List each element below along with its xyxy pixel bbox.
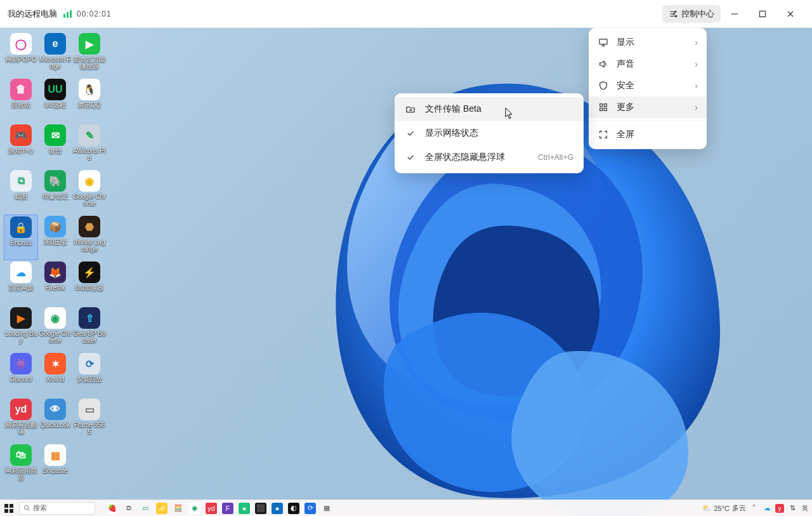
- desktop-icon[interactable]: ☁百度网盘: [4, 260, 38, 306]
- desktop-icon[interactable]: 🐘印象笔记: [38, 169, 72, 215]
- app-icon: ▦: [44, 444, 66, 466]
- taskbar-app-icon[interactable]: 🍓: [107, 503, 118, 514]
- desktop-icon-label: 爱奇艺万能播放器: [73, 56, 106, 70]
- taskbar-app-icon[interactable]: ⬛: [255, 503, 266, 514]
- desktop-icon[interactable]: UUUU远程: [38, 77, 72, 123]
- desktop-icon-label: 回收站: [11, 102, 30, 109]
- app-icon: yd: [10, 399, 32, 420]
- taskbar-app-icon[interactable]: 🧮: [173, 503, 184, 514]
- submenu-item[interactable]: 显示网络状态: [395, 121, 584, 145]
- desktop-icon[interactable]: ◉Google Chrome: [72, 169, 107, 215]
- app-icon: ✎: [79, 124, 100, 146]
- tray-onedrive-icon[interactable]: ☁: [763, 504, 771, 513]
- desktop-icon-label: 印象笔记: [43, 193, 68, 200]
- desktop-icon[interactable]: ◯网易POPO: [4, 32, 38, 77]
- app-icon: 👁: [44, 399, 66, 420]
- taskbar-app-icon[interactable]: yd: [206, 503, 217, 514]
- desktop-icon-label: 安装回放: [77, 376, 102, 383]
- control-menu-item[interactable]: 显示›: [589, 32, 707, 53]
- close-button[interactable]: [776, 4, 804, 24]
- desktop-icon[interactable]: ▶Loading Bay: [4, 306, 38, 352]
- desktop-icon[interactable]: 🦊Firefox: [38, 260, 72, 306]
- control-menu-item[interactable]: 全屏: [589, 124, 707, 145]
- taskbar-app-icon[interactable]: ⧉: [123, 503, 134, 514]
- app-icon: ⟳: [79, 353, 100, 374]
- desktop-icon-label: 网易POPO: [6, 56, 37, 63]
- taskbar-app-icon[interactable]: ●: [239, 503, 250, 514]
- app-icon: ⧉: [10, 170, 32, 192]
- taskbar-app-icon[interactable]: ●: [272, 503, 283, 514]
- desktop-icon[interactable]: ✎AWicons Pro: [72, 123, 107, 169]
- shield-icon: [598, 80, 609, 91]
- desktop-icon[interactable]: 🔒Enpass: [4, 215, 38, 260]
- desktop-icon[interactable]: 🐧腾讯QQ: [72, 77, 107, 123]
- control-menu-item[interactable]: 安全›: [589, 75, 707, 96]
- desktop-icon[interactable]: ⚡UU加速器: [72, 260, 107, 306]
- taskbar-app-icon[interactable]: ⟳: [304, 503, 316, 514]
- desktop-icon[interactable]: 🗑回收站: [4, 77, 38, 123]
- chevron-right-icon: ›: [695, 37, 698, 48]
- submenu-item[interactable]: 文件传输 Beta: [395, 97, 584, 121]
- control-menu-item[interactable]: 声音›: [589, 53, 707, 75]
- tray-app-icon[interactable]: y: [775, 504, 784, 513]
- chevron-right-icon: ›: [695, 102, 698, 112]
- weather-icon: ⛅: [702, 504, 711, 512]
- desktop-icon-label: 百度网盘: [8, 284, 34, 291]
- taskbar-app-icon[interactable]: F: [222, 503, 233, 514]
- desktop-icon[interactable]: ✉微信: [38, 123, 72, 169]
- check-icon: [405, 153, 416, 162]
- app-icon: ▶: [10, 307, 32, 329]
- control-center-button[interactable]: 控制中心: [662, 5, 721, 23]
- remote-desktop[interactable]: ◯网易POPOeMicrosoft Edge▶爱奇艺万能播放器🗑回收站UUUU远…: [0, 28, 812, 516]
- desktop-icon-label: Frame 9565: [73, 421, 106, 435]
- app-icon: 🛍: [10, 444, 32, 466]
- desktop-icon[interactable]: eMicrosoft Edge: [38, 32, 72, 77]
- desktop-icon-label: 微信: [49, 147, 62, 154]
- desktop-icon[interactable]: ◉Google Chrome: [38, 306, 72, 352]
- app-icon: ▭: [79, 399, 100, 420]
- desktop-icon[interactable]: yd网易有道翻译: [4, 397, 38, 443]
- taskbar-app-icon[interactable]: ▭: [140, 503, 151, 514]
- taskbar-search[interactable]: 搜索: [19, 502, 95, 515]
- desktop-icon[interactable]: 🎮游戏中心: [4, 123, 38, 169]
- app-icon: ◉: [44, 307, 66, 329]
- app-icon: ◯: [10, 33, 32, 55]
- svg-rect-12: [10, 509, 13, 513]
- start-button[interactable]: [3, 502, 15, 515]
- maximize-button[interactable]: [749, 4, 776, 24]
- desktop-icon-label: Infinite Lagrange: [73, 239, 106, 253]
- desktop-icon[interactable]: ▶爱奇艺万能播放器: [72, 32, 107, 77]
- desktop-icon[interactable]: 👁QuickLook: [38, 397, 72, 443]
- desktop-icon[interactable]: 📦360压缩: [38, 215, 72, 260]
- desktop-icon[interactable]: ⇧GearUP Booster: [72, 306, 107, 352]
- taskbar: 搜索 🍓⧉▭📁🧮◉ydF●⬛●◐⟳▦ ⛅ 25°C 多云 ˄ ☁ y ⇅ 英: [0, 499, 812, 516]
- control-menu-item[interactable]: 更多›: [589, 96, 707, 118]
- desktop-icon[interactable]: ⧉截图: [4, 169, 38, 215]
- tray-network-icon[interactable]: ⇅: [788, 504, 797, 513]
- desktop-icon[interactable]: ▦Snipaste: [38, 443, 72, 489]
- desktop-icon[interactable]: 👾Discord: [4, 352, 38, 397]
- taskbar-app-icon[interactable]: 📁: [156, 503, 167, 514]
- desktop-icon[interactable]: ▭Frame 9565: [72, 397, 107, 443]
- desktop-icon[interactable]: ⬣Infinite Lagrange: [72, 215, 107, 260]
- submenu-item[interactable]: 全屏状态隐藏悬浮球Ctrl+Alt+G: [395, 145, 584, 169]
- tray-ime-icon[interactable]: 英: [801, 504, 809, 513]
- weather-widget[interactable]: ⛅ 25°C 多云: [702, 503, 746, 513]
- search-placeholder: 搜索: [33, 503, 47, 513]
- tray-chevron-icon[interactable]: ˄: [750, 504, 759, 513]
- sliders-icon: [669, 10, 678, 18]
- taskbar-app-icon[interactable]: ▦: [321, 503, 332, 514]
- app-icon: 🗑: [10, 79, 32, 100]
- control-menu-label: 更多: [617, 102, 634, 113]
- taskbar-app-icon[interactable]: ◐: [288, 503, 299, 514]
- svg-rect-4: [599, 39, 607, 44]
- desktop-icon-label: QuickLook: [40, 421, 70, 428]
- monitor-icon: [598, 37, 609, 48]
- desktop-icon[interactable]: ✶Xmind: [38, 352, 72, 397]
- desktop-icon[interactable]: 🛍网易应用商店: [4, 443, 38, 489]
- desktop-icon[interactable]: ⟳安装回放: [72, 352, 107, 397]
- taskbar-app-icon[interactable]: ◉: [189, 503, 200, 514]
- control-menu-label: 安全: [617, 80, 634, 91]
- desktop-icon-label: Microsoft Edge: [39, 56, 72, 70]
- minimize-button[interactable]: [721, 4, 749, 24]
